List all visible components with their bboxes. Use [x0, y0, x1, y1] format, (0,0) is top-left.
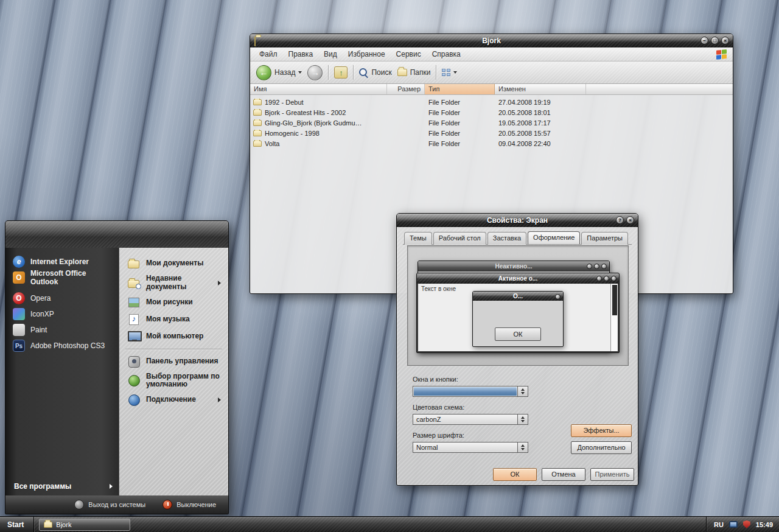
file-row[interactable]: Volta File Folder 09.04.2008 22:40 — [250, 138, 733, 149]
spinner-icon[interactable] — [517, 415, 528, 424]
taskbar: Start Bjork RU 15:49 — [0, 516, 779, 532]
explorer-titlebar[interactable]: Bjork − □ × — [250, 34, 733, 47]
file-row[interactable]: Gling-Glo_Bjork (Bjork Gudmu… File Folde… — [250, 117, 733, 128]
item-label: Paint — [30, 326, 47, 334]
close-button[interactable]: × — [721, 37, 729, 44]
control-panel-icon — [127, 355, 141, 368]
startmenu-photoshop[interactable]: Ps Adobe Photoshop CS3 — [5, 338, 119, 354]
back-button[interactable]: ← Назад — [256, 65, 302, 80]
apply-button[interactable]: Применить — [590, 468, 634, 481]
startmenu-internet-explorer[interactable]: e Internet Explorer — [5, 254, 119, 270]
explorer-title: Bjork — [250, 34, 733, 47]
item-label: Недавние документы — [146, 275, 213, 292]
startmenu-my-pictures[interactable]: Мои рисунки — [124, 294, 223, 311]
folders-button[interactable]: Папки — [397, 68, 431, 77]
shutdown-button[interactable]: Выключение — [162, 500, 216, 509]
search-icon — [359, 68, 368, 77]
startmenu-connect-to[interactable]: Подключение — [124, 391, 223, 408]
startmenu-default-programs[interactable]: Выбор программ по умолчанию — [124, 370, 223, 392]
help-button[interactable]: ? — [616, 216, 624, 224]
startmenu-opera[interactable]: O Opera — [5, 290, 119, 306]
clock[interactable]: 15:49 — [756, 521, 773, 528]
column-header-modified[interactable]: Изменен — [495, 84, 586, 94]
tab-desktop[interactable]: Рабочий стол — [433, 232, 486, 245]
menu-help[interactable]: Справка — [427, 48, 466, 60]
back-dropdown-icon[interactable] — [298, 71, 302, 74]
spinner-icon[interactable] — [517, 387, 528, 396]
column-header-size[interactable]: Размер — [387, 84, 425, 94]
font-size-select[interactable]: Normal — [413, 442, 528, 453]
start-menu-right-column: Мои документы Недавние документы Мои рис… — [119, 248, 228, 495]
startmenu-outlook[interactable]: O Microsoft Office Outlook — [5, 270, 119, 285]
scrollbar-thumb — [612, 285, 617, 315]
startmenu-iconxp[interactable]: IconXP — [5, 306, 119, 322]
preview-scrollbar — [610, 284, 618, 351]
close-button[interactable]: × — [626, 216, 634, 224]
font-size-label: Размер шрифта: — [413, 432, 464, 439]
dialog-titlebar[interactable]: Свойства: Экран ? × — [397, 214, 638, 227]
startmenu-my-music[interactable]: ♪ Моя музыка — [124, 311, 223, 328]
tab-settings[interactable]: Параметры — [581, 232, 628, 245]
effects-button[interactable]: Эффекты... — [571, 424, 632, 437]
start-menu-header — [5, 221, 228, 248]
menu-view[interactable]: Вид — [318, 48, 343, 60]
preview-window-text: Текст в окне — [421, 285, 456, 292]
menu-tools[interactable]: Сервис — [391, 48, 427, 60]
start-menu-footer: Выход из системы Выключение — [5, 495, 228, 514]
forward-button[interactable]: → — [307, 65, 323, 80]
startmenu-my-documents[interactable]: Мои документы — [124, 255, 223, 272]
start-button[interactable]: Start — [0, 517, 34, 532]
tab-screensaver[interactable]: Заставка — [487, 232, 526, 245]
chevron-right-icon — [218, 281, 221, 285]
color-scheme-select[interactable]: carbonZ — [413, 414, 528, 425]
color-scheme-value: carbonZ — [416, 416, 441, 423]
spinner-icon[interactable] — [517, 443, 528, 452]
file-row[interactable]: Bjork - Greatest Hits - 2002 File Folder… — [250, 107, 733, 117]
folders-icon — [397, 69, 407, 76]
appearance-preview: Неактивно... Активное о... Текст в окне … — [407, 245, 629, 366]
preview-message-titlebar: О... — [473, 292, 563, 301]
tab-themes[interactable]: Темы — [404, 232, 432, 245]
menu-edit[interactable]: Правка — [283, 48, 319, 60]
startmenu-control-panel[interactable]: Панель управления — [124, 353, 223, 370]
file-name: Gling-Glo_Bjork (Bjork Gudmu… — [265, 119, 362, 127]
menu-favorites[interactable]: Избранное — [343, 48, 391, 60]
advanced-button[interactable]: Дополнительно — [571, 441, 632, 454]
file-name: Homogenic - 1998 — [265, 130, 320, 137]
toolbar-separator — [328, 65, 329, 80]
internet-explorer-icon: e — [13, 256, 25, 268]
item-label: Internet Explorer — [30, 257, 89, 266]
column-header-type[interactable]: Тип — [425, 84, 495, 94]
task-label: Bjork — [56, 521, 71, 528]
tab-appearance[interactable]: Оформление — [528, 231, 580, 244]
back-label: Назад — [274, 68, 295, 77]
minimize-button[interactable]: − — [700, 37, 708, 44]
my-computer-icon — [127, 331, 141, 343]
startmenu-paint[interactable]: Paint — [5, 322, 119, 338]
windows-buttons-select[interactable] — [413, 386, 528, 397]
security-icon[interactable] — [743, 520, 750, 528]
language-indicator[interactable]: RU — [714, 521, 724, 528]
search-button[interactable]: Поиск — [359, 68, 391, 77]
file-row[interactable]: Homogenic - 1998 File Folder 20.05.2008 … — [250, 128, 733, 138]
desktop: Bjork − □ × Файл Правка Вид Избранное Се… — [0, 0, 779, 532]
ok-button[interactable]: ОК — [493, 468, 537, 481]
all-programs-button[interactable]: Все программы — [14, 482, 113, 491]
startmenu-my-computer[interactable]: Мой компьютер — [124, 328, 223, 345]
preview-window-buttons — [596, 276, 617, 281]
logoff-button[interactable]: Выход из системы — [74, 500, 145, 509]
cancel-button[interactable]: Отмена — [542, 468, 585, 481]
up-button[interactable]: ↑ — [334, 66, 348, 79]
startmenu-recent-documents[interactable]: Недавние документы — [124, 272, 223, 294]
search-label: Поиск — [371, 68, 391, 77]
menu-file[interactable]: Файл — [254, 48, 283, 60]
views-dropdown-icon — [453, 71, 457, 74]
column-header-name[interactable]: Имя — [250, 84, 387, 94]
dialog-tabs: Темы Рабочий стол Заставка Оформление Па… — [404, 232, 628, 245]
network-icon[interactable] — [729, 521, 738, 528]
taskbar-task-bjork[interactable]: Bjork — [39, 519, 130, 531]
maximize-button[interactable]: □ — [711, 37, 719, 44]
explorer-toolbar: ← Назад → ↑ Поиск Папки — [250, 61, 733, 84]
file-row[interactable]: 1992 - Debut File Folder 27.04.2008 19:1… — [250, 97, 733, 107]
views-button[interactable] — [442, 69, 457, 76]
